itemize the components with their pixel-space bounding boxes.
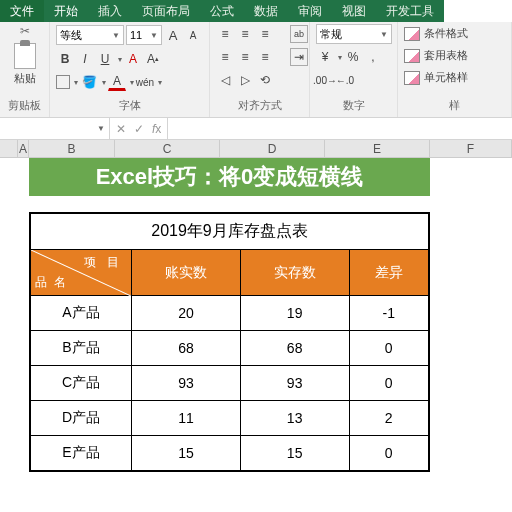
col-header-e[interactable]: E (325, 140, 430, 157)
orientation-button[interactable]: ⟲ (256, 71, 274, 89)
inc-decimal-button[interactable]: .00→ (316, 71, 334, 89)
bold-button[interactable]: B (56, 50, 74, 68)
cell[interactable]: 0 (349, 331, 429, 366)
col-header-c[interactable]: C (115, 140, 220, 157)
number-group-label: 数字 (316, 96, 391, 115)
corner-bot-label: 品 名 (35, 274, 68, 291)
cell[interactable]: C产品 (30, 366, 132, 401)
comma-button[interactable]: , (364, 48, 382, 66)
cell[interactable]: 19 (240, 296, 349, 331)
sheet-area: A B C D E F Excel技巧：将0变成短横线 2019年9月库存盘点表… (0, 140, 512, 472)
font-grow-alt-button[interactable]: A▴ (144, 50, 162, 68)
wrap-text-button[interactable]: ab (290, 25, 308, 43)
cell[interactable]: 11 (132, 401, 241, 436)
tab-home[interactable]: 开始 (44, 0, 88, 22)
table-title: 2019年9月库存盘点表 (30, 213, 429, 250)
ribbon-styles: 条件格式 套用表格 单元格样 样 (398, 22, 512, 117)
dec-decimal-button[interactable]: ←.0 (336, 71, 354, 89)
cell[interactable]: -1 (349, 296, 429, 331)
phonetic-button[interactable]: wén (136, 73, 154, 91)
cut-icon[interactable]: ✂ (20, 24, 30, 38)
cell[interactable]: A产品 (30, 296, 132, 331)
merge-button[interactable]: ⇥ (290, 48, 308, 66)
cell[interactable]: 20 (132, 296, 241, 331)
currency-button[interactable]: ¥ (316, 48, 334, 66)
col-header-a[interactable]: A (18, 140, 29, 157)
confirm-icon[interactable]: ✓ (134, 122, 144, 136)
ribbon-clipboard: ✂ 粘贴 剪贴板 (0, 22, 50, 117)
cond-format-icon (404, 27, 420, 41)
cell[interactable]: 93 (240, 366, 349, 401)
cell[interactable]: E产品 (30, 436, 132, 472)
cell[interactable]: 13 (240, 401, 349, 436)
cell[interactable]: 2 (349, 401, 429, 436)
header-book: 账实数 (132, 250, 241, 296)
font-name-select[interactable]: 等线▼ (56, 25, 124, 45)
percent-button[interactable]: % (344, 48, 362, 66)
cell[interactable]: D产品 (30, 401, 132, 436)
table-row: A产品2019-1 (30, 296, 429, 331)
align-center-button[interactable]: ≡ (236, 48, 254, 66)
border-button[interactable] (56, 75, 70, 89)
fill-color-button[interactable]: 🪣 (80, 73, 98, 91)
fx-icon[interactable]: fx (152, 122, 161, 136)
paste-button[interactable]: 粘贴 (14, 41, 36, 86)
align-bot-button[interactable]: ≡ (256, 25, 274, 43)
tab-layout[interactable]: 页面布局 (132, 0, 200, 22)
select-all-corner[interactable] (0, 140, 18, 157)
shrink-font-button[interactable]: A (184, 26, 202, 44)
name-box[interactable]: ▼ (0, 118, 110, 139)
align-top-button[interactable]: ≡ (216, 25, 234, 43)
cell[interactable]: 15 (240, 436, 349, 472)
cancel-icon[interactable]: ✕ (116, 122, 126, 136)
corner-top-label: 项 目 (84, 254, 123, 271)
indent-inc-button[interactable]: ▷ (236, 71, 254, 89)
tab-dev[interactable]: 开发工具 (376, 0, 444, 22)
font-size-select[interactable]: 11▼ (126, 25, 162, 45)
col-header-b[interactable]: B (29, 140, 115, 157)
cell[interactable]: 93 (132, 366, 241, 401)
align-group-label: 对齐方式 (216, 96, 303, 115)
underline-button[interactable]: U (96, 50, 114, 68)
tab-formulas[interactable]: 公式 (200, 0, 244, 22)
clipboard-icon (14, 43, 36, 69)
indent-dec-button[interactable]: ◁ (216, 71, 234, 89)
tab-review[interactable]: 审阅 (288, 0, 332, 22)
cell[interactable]: B产品 (30, 331, 132, 366)
tab-file[interactable]: 文件 (0, 0, 44, 22)
number-format-select[interactable]: 常规▼ (316, 24, 392, 44)
tab-bar: 文件 开始 插入 页面布局 公式 数据 审阅 视图 开发工具 (0, 0, 512, 22)
formula-input[interactable] (168, 118, 512, 139)
table-row: E产品15150 (30, 436, 429, 472)
table-corner-cell: 项 目 品 名 (30, 250, 132, 296)
cell-style-button[interactable]: 单元格样 (404, 68, 468, 87)
grow-font-button[interactable]: A (164, 26, 182, 44)
cond-format-button[interactable]: 条件格式 (404, 24, 468, 43)
cell[interactable]: 15 (132, 436, 241, 472)
table-format-button[interactable]: 套用表格 (404, 46, 468, 65)
col-header-d[interactable]: D (220, 140, 325, 157)
column-headers: A B C D E F (0, 140, 512, 158)
align-left-button[interactable]: ≡ (216, 48, 234, 66)
font-color-button[interactable]: A (108, 73, 126, 91)
tab-data[interactable]: 数据 (244, 0, 288, 22)
header-actual: 实存数 (240, 250, 349, 296)
cell[interactable]: 0 (349, 366, 429, 401)
header-diff: 差异 (349, 250, 429, 296)
cell[interactable]: 68 (240, 331, 349, 366)
table-row: B产品68680 (30, 331, 429, 366)
col-header-f[interactable]: F (430, 140, 512, 157)
cell[interactable]: 0 (349, 436, 429, 472)
cell[interactable]: 68 (132, 331, 241, 366)
align-right-button[interactable]: ≡ (256, 48, 274, 66)
tab-view[interactable]: 视图 (332, 0, 376, 22)
align-mid-button[interactable]: ≡ (236, 25, 254, 43)
ribbon: ✂ 粘贴 剪贴板 等线▼ 11▼ A A B I U ▾ A A▴ (0, 22, 512, 118)
ribbon-font: 等线▼ 11▼ A A B I U ▾ A A▴ ▾ 🪣 ▾ A ▾ wén (50, 22, 210, 117)
styles-group-label: 样 (404, 96, 505, 115)
tab-insert[interactable]: 插入 (88, 0, 132, 22)
italic-button[interactable]: I (76, 50, 94, 68)
clipboard-group-label: 剪贴板 (6, 96, 43, 115)
font-color-red-button[interactable]: A (124, 50, 142, 68)
table-format-icon (404, 49, 420, 63)
